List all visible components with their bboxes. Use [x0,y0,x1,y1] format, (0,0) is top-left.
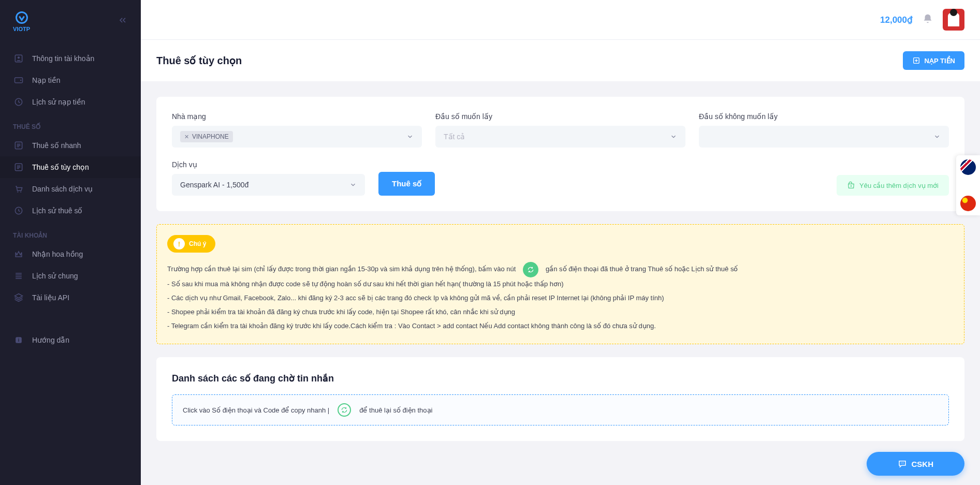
sidebar-item-service-list[interactable]: Danh sách dịch vụ [0,178,141,200]
sidebar-item-commission[interactable]: Nhận hoa hồng [0,243,141,265]
logo[interactable]: VIOTP [13,10,30,32]
reload-inline-icon [523,262,538,277]
carrier-label: Nhà mạng [172,112,422,121]
svg-point-2 [18,56,20,58]
user-avatar[interactable] [943,9,964,31]
carrier-tag: ✕ VINAPHONE [180,131,233,142]
language-switcher [956,155,980,215]
prefix-want-label: Đầu số muốn lấy [435,112,685,121]
topbar: 12,000₫ [141,0,980,39]
sidebar-item-label: Nạp tiền [32,76,61,84]
sidebar-item-label: Lịch sử nạp tiền [32,98,85,106]
carrier-tag-label: VINAPHONE [192,133,229,140]
remove-tag-icon[interactable]: ✕ [184,134,189,140]
sidebar-item-label: Nhận hoa hồng [32,250,83,258]
sidebar-item-label: Tài liệu API [32,293,69,302]
sidebar-item-api-docs[interactable]: Tài liệu API [0,287,141,308]
support-chat-button[interactable]: CSKH [867,452,964,476]
notice-box: ! Chú ý Trường hợp cần thuê lại sim (chỉ… [156,224,964,344]
waiting-title: Danh sách các số đang chờ tin nhắn [172,373,949,384]
sidebar-item-deposit[interactable]: Nạp tiền [0,69,141,91]
service-label: Dịch vụ [172,160,365,169]
sidebar-item-account-info[interactable]: Thông tin tài khoản [0,48,141,69]
sidebar-item-label: Danh sách dịch vụ [32,185,93,193]
sidebar-item-guide[interactable]: i Hướng dẫn [0,329,141,351]
prefix-want-placeholder: Tất cả [444,133,465,141]
sidebar-item-general-history[interactable]: Lịch sử chung [0,265,141,287]
chevron-left-double-icon [118,15,128,25]
sidebar-item-label: Hướng dẫn [32,336,69,344]
avatar-icon [948,13,959,26]
user-icon [13,53,24,64]
main-area: 12,000₫ Thuê số tùy chọn NẠP TIỀN Nhà mạ… [141,0,980,485]
cart-icon [13,183,24,195]
balance-amount[interactable]: 12,000₫ [880,14,913,25]
lang-chinese[interactable] [960,196,976,211]
chat-icon [898,459,907,468]
chevron-down-icon [933,133,941,140]
rent-number-label: Thuê số [392,179,421,188]
sidebar-menu: Thông tin tài khoản Nạp tiền Lịch sử nạp… [0,42,141,356]
service-value: Genspark AI - 1,500đ [180,181,248,189]
chevron-down-icon [349,181,357,188]
svg-point-16 [903,463,904,464]
chevron-down-icon [670,133,677,140]
warning-icon: ! [173,238,185,249]
logo-icon [14,10,29,25]
sidebar-section-rent: THUÊ SỐ [0,113,141,135]
wallet-icon [13,75,24,86]
notice-text: Trường hợp cần thuê lại sim (chỉ lấy đượ… [167,262,954,333]
waiting-card: Danh sách các số đang chờ tin nhắn Click… [156,357,964,441]
sidebar-item-label: Thuê số tùy chọn [32,163,89,171]
reload-icon [338,403,351,417]
sidebar-item-label: Thông tin tài khoản [32,54,94,63]
prefix-exclude-select[interactable] [699,126,949,148]
content: Nhà mạng ✕ VINAPHONE Đầu số muốn lấy Tất… [141,81,980,485]
lang-english[interactable] [960,159,976,175]
page-header: Thuê số tùy chọn NẠP TIỀN [141,39,980,81]
sidebar-header: VIOTP [0,0,141,42]
sidebar-item-label: Lịch sử thuê số [32,207,83,215]
svg-point-4 [20,80,22,81]
list-icon [13,270,24,282]
sidebar-section-account: TÀI KHOẢN [0,222,141,243]
svg-text:i: i [18,337,20,343]
sidebar-collapse-button[interactable] [118,15,128,27]
svg-point-8 [17,192,18,193]
svg-point-15 [902,463,903,464]
svg-point-9 [20,192,21,193]
prefix-exclude-label: Đầu số không muốn lấy [699,112,949,121]
sidebar: VIOTP Thông tin tài khoản Nạp tiền Lịch … [0,0,141,485]
carrier-select[interactable]: ✕ VINAPHONE [172,126,422,148]
sidebar-item-deposit-history[interactable]: Lịch sử nạp tiền [0,91,141,113]
layers-icon [13,292,24,303]
info-icon: i [13,334,24,346]
bag-plus-icon [847,181,855,189]
crown-icon [13,248,24,260]
deposit-button[interactable]: NẠP TIỀN [903,51,964,70]
bell-icon [922,13,933,24]
chevron-down-icon [406,133,414,140]
filter-card: Nhà mạng ✕ VINAPHONE Đầu số muốn lấy Tất… [156,97,964,211]
svg-point-14 [901,463,902,464]
notification-bell[interactable] [922,13,933,26]
sidebar-item-label: Thuê số nhanh [32,141,81,150]
sidebar-item-custom-rent[interactable]: Thuê số tùy chọn [0,156,141,178]
request-service-button[interactable]: Yêu cầu thêm dịch vụ mới [837,175,949,196]
sidebar-item-label: Lịch sử chung [32,272,78,280]
list-icon [13,161,24,173]
rent-number-button[interactable]: Thuê số [378,172,435,196]
request-service-label: Yêu cầu thêm dịch vụ mới [859,182,939,189]
page-title: Thuê số tùy chọn [156,54,242,67]
list-icon [13,140,24,151]
tip-box: Click vào Số điện thoại và Code để copy … [172,394,949,425]
service-select[interactable]: Genspark AI - 1,500đ [172,174,365,196]
notice-badge: ! Chú ý [167,235,215,253]
svg-point-0 [16,12,27,23]
notice-badge-text: Chú ý [189,240,206,247]
sidebar-item-rent-history[interactable]: Lịch sử thuê số [0,200,141,222]
support-chat-label: CSKH [911,460,933,468]
sidebar-item-quick-rent[interactable]: Thuê số nhanh [0,135,141,156]
prefix-want-select[interactable]: Tất cả [435,126,685,148]
logo-text: VIOTP [13,26,30,32]
